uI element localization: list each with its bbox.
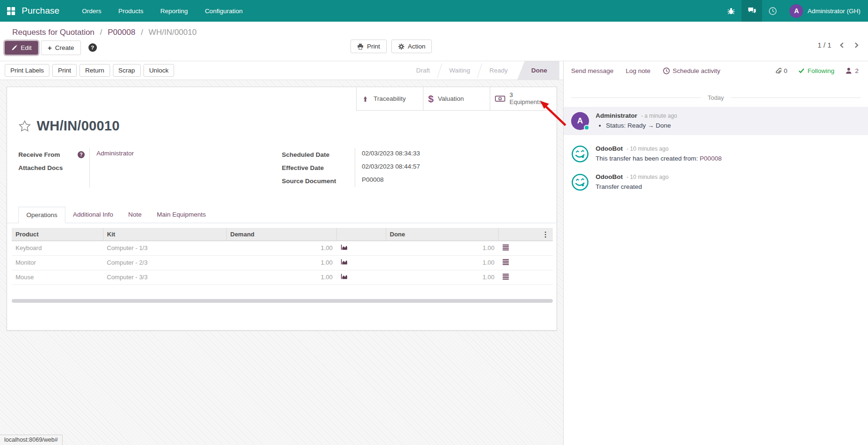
cell-product[interactable]: Mouse <box>12 270 103 284</box>
forecast-chart-icon[interactable] <box>340 243 348 251</box>
cell-done[interactable]: 1.00 <box>386 255 498 270</box>
cell-product[interactable]: Monitor <box>12 255 103 270</box>
pager-previous-icon[interactable] <box>839 41 844 49</box>
source-record-link[interactable]: P00008 <box>700 155 722 162</box>
cell-demand[interactable]: 1.00 <box>226 241 336 255</box>
menu-configuration[interactable]: Configuration <box>198 0 249 22</box>
col-kit[interactable]: Kit <box>103 228 226 241</box>
avatar <box>571 145 589 163</box>
menu-reporting[interactable]: Reporting <box>154 0 195 22</box>
col-done[interactable]: Done <box>386 228 498 241</box>
col-product[interactable]: Product <box>12 228 103 241</box>
breadcrumb-link-p00008[interactable]: P00008 <box>108 28 135 37</box>
favorite-star-icon[interactable] <box>18 120 31 132</box>
user-menu[interactable]: A Administrator (GH) <box>783 0 868 22</box>
receive-from-value[interactable]: Administrator <box>90 148 134 159</box>
tab-operations[interactable]: Operations <box>18 207 65 223</box>
following-button[interactable]: Following <box>798 67 834 74</box>
cell-done[interactable]: 1.00 <box>386 270 498 284</box>
cell-done[interactable]: 1.00 <box>386 241 498 255</box>
print-button[interactable]: Print <box>350 40 387 53</box>
traceability-button[interactable]: Traceability <box>356 87 423 111</box>
effective-date-label: Effective Date <box>282 164 324 171</box>
create-button[interactable]: + Create <box>41 40 80 55</box>
pager-next-icon[interactable] <box>854 41 860 49</box>
arrow-up-icon <box>361 95 369 103</box>
send-message-button[interactable]: Send message <box>571 67 613 74</box>
cell-demand[interactable]: 1.00 <box>226 270 336 284</box>
stage-ready[interactable]: Ready <box>480 61 517 80</box>
activities-clock-icon[interactable] <box>762 0 783 22</box>
attached-docs-value[interactable] <box>90 161 96 165</box>
return-button[interactable]: Return <box>80 64 110 77</box>
message-author[interactable]: OdooBot <box>596 173 623 180</box>
help-question-icon[interactable]: ? <box>88 43 97 52</box>
stage-waiting[interactable]: Waiting <box>440 61 480 80</box>
attached-docs-label: Attached Docs <box>18 164 63 171</box>
scheduled-date-value[interactable]: 02/03/2023 08:34:33 <box>355 148 420 159</box>
cell-kit[interactable]: Computer - 3/3 <box>103 270 226 284</box>
apps-menu-icon[interactable] <box>0 0 22 22</box>
detailed-operations-icon[interactable] <box>502 273 510 280</box>
cell-kit[interactable]: Computer - 2/3 <box>103 255 226 270</box>
table-row[interactable]: Monitor Computer - 2/3 1.00 1.00 <box>12 255 553 270</box>
breadcrumb-link-rfq[interactable]: Requests for Quotation <box>12 28 95 37</box>
equipments-button[interactable]: 1 3 Equipments ... <box>490 87 557 111</box>
action-button[interactable]: Action <box>391 40 432 53</box>
unlock-button[interactable]: Unlock <box>143 64 174 77</box>
horizontal-scrollbar[interactable] <box>12 299 553 303</box>
control-panel: Requests for Quotation / P00008 / WH/IN/… <box>0 22 868 61</box>
menu-orders[interactable]: Orders <box>75 0 108 22</box>
table-row[interactable]: Keyboard Computer - 1/3 1.00 1.00 <box>12 241 553 255</box>
form-header: Print Labels Print Return Scrap Unlock D… <box>0 61 563 80</box>
money-bill-icon: 1 <box>495 95 505 102</box>
gear-icon <box>398 43 405 50</box>
cell-product[interactable]: Keyboard <box>12 241 103 255</box>
print-labels-button[interactable]: Print Labels <box>5 64 49 77</box>
app-name[interactable]: Purchase <box>22 6 59 16</box>
tab-main-equipments[interactable]: Main Equipments <box>149 207 213 223</box>
menu-products[interactable]: Products <box>112 0 150 22</box>
field-help-icon[interactable]: ? <box>78 151 85 158</box>
odoobot-avatar <box>571 145 589 163</box>
cell-demand[interactable]: 1.00 <box>226 255 336 270</box>
col-demand[interactable]: Demand <box>226 228 336 241</box>
field-group-pad <box>18 174 282 187</box>
message-time: - a minute ago <box>641 113 677 119</box>
print-button-form[interactable]: Print <box>52 64 77 77</box>
stage-draft[interactable]: Draft <box>406 61 439 80</box>
log-note-button[interactable]: Log note <box>626 67 651 74</box>
followers-button[interactable]: 2 <box>845 67 859 74</box>
user-name: Administrator (GH) <box>807 8 860 15</box>
table-row[interactable]: Mouse Computer - 3/3 1.00 1.00 <box>12 270 553 284</box>
optional-columns-icon[interactable]: ⋮ <box>542 231 549 238</box>
tab-additional-info[interactable]: Additional Info <box>65 207 121 223</box>
message-author[interactable]: OdooBot <box>596 145 623 152</box>
detailed-operations-icon[interactable] <box>502 258 510 266</box>
cell-kit[interactable]: Computer - 1/3 <box>103 241 226 255</box>
follower-count: 2 <box>855 67 859 74</box>
message-author[interactable]: Administrator <box>596 112 637 119</box>
tab-note[interactable]: Note <box>121 207 150 223</box>
debug-bug-icon[interactable] <box>721 0 741 22</box>
date-divider: Today <box>571 94 860 101</box>
forecast-chart-icon[interactable] <box>340 273 348 280</box>
equipments-label: Equipments ... <box>510 99 549 106</box>
message-body: This transfer has been created from: P00… <box>596 155 860 162</box>
valuation-button[interactable]: $ Valuation <box>423 87 490 111</box>
attachments-button[interactable]: 0 <box>775 67 788 74</box>
following-label: Following <box>807 67 834 74</box>
stage-done[interactable]: Done <box>517 61 559 80</box>
messages-icon[interactable] <box>741 0 762 22</box>
edit-button[interactable]: Edit <box>5 41 38 55</box>
detailed-operations-icon[interactable] <box>502 243 510 251</box>
effective-date-value[interactable]: 02/03/2023 08:44:57 <box>355 161 420 172</box>
source-document-value[interactable]: P00008 <box>355 174 384 185</box>
schedule-activity-button[interactable]: Schedule activity <box>663 67 720 74</box>
chatter-toolbar: Send message Log note Schedule activity … <box>564 61 868 80</box>
field-scheduled-date: Scheduled Date 02/03/2023 08:34:33 <box>282 148 545 161</box>
scrap-button[interactable]: Scrap <box>113 64 141 77</box>
odoobot-avatar <box>571 173 589 191</box>
forecast-chart-icon[interactable] <box>340 258 348 266</box>
dollar-icon: $ <box>428 93 434 105</box>
